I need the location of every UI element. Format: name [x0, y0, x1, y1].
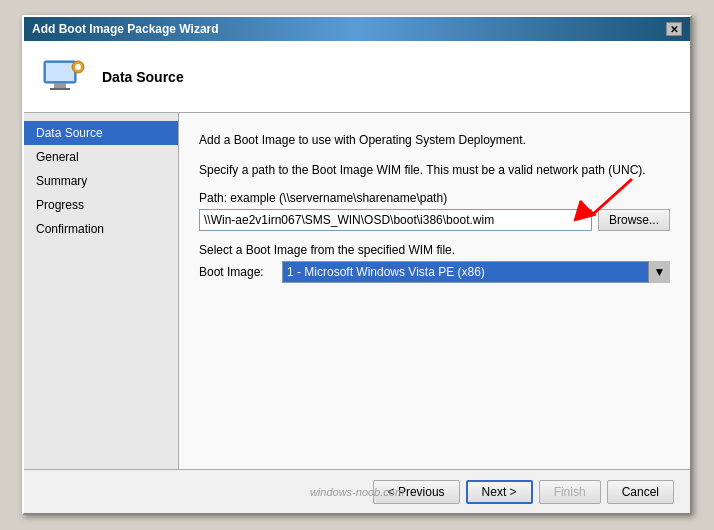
select-wrapper: 1 - Microsoft Windows Vista PE (x86) ▼ — [282, 261, 670, 283]
boot-image-label: Boot Image: — [199, 265, 274, 279]
sidebar-item-progress[interactable]: Progress — [24, 193, 178, 217]
title-bar: Add Boot Image Package Wizard ✕ — [24, 17, 690, 41]
header-title: Data Source — [102, 69, 184, 85]
main-content: Add a Boot Image to use with Operating S… — [179, 113, 690, 469]
select-description: Select a Boot Image from the specified W… — [199, 243, 670, 257]
sidebar-item-datasource[interactable]: Data Source — [24, 121, 178, 145]
path-row-container: Browse... — [199, 209, 670, 231]
content-area: Data Source General Summary Progress Con… — [24, 113, 690, 469]
description-2: Specify a path to the Boot Image WIM fil… — [199, 161, 670, 179]
cancel-button[interactable]: Cancel — [607, 480, 674, 504]
select-section: Select a Boot Image from the specified W… — [199, 243, 670, 283]
path-section: Path: example (\\servername\sharename\pa… — [199, 191, 670, 231]
watermark: windows-noob.com — [310, 486, 404, 498]
boot-image-select[interactable]: 1 - Microsoft Windows Vista PE (x86) — [282, 261, 670, 283]
header-area: Data Source — [24, 41, 690, 113]
finish-button[interactable]: Finish — [539, 480, 601, 504]
svg-rect-1 — [46, 63, 74, 81]
window-title: Add Boot Image Package Wizard — [32, 22, 219, 36]
description-1: Add a Boot Image to use with Operating S… — [199, 131, 670, 149]
sidebar-item-summary[interactable]: Summary — [24, 169, 178, 193]
close-button[interactable]: ✕ — [666, 22, 682, 36]
sidebar-item-confirmation[interactable]: Confirmation — [24, 217, 178, 241]
next-button[interactable]: Next > — [466, 480, 533, 504]
sidebar: Data Source General Summary Progress Con… — [24, 113, 179, 469]
path-row: Browse... — [199, 209, 670, 231]
svg-rect-2 — [54, 83, 66, 88]
path-input[interactable] — [199, 209, 592, 231]
svg-point-5 — [75, 64, 81, 70]
wizard-icon — [40, 53, 88, 101]
boot-image-row: Boot Image: 1 - Microsoft Windows Vista … — [199, 261, 670, 283]
svg-rect-3 — [50, 88, 70, 90]
path-label: Path: example (\\servername\sharename\pa… — [199, 191, 670, 205]
browse-button[interactable]: Browse... — [598, 209, 670, 231]
footer: windows-noob.com < Previous Next > Finis… — [24, 469, 690, 513]
sidebar-item-general[interactable]: General — [24, 145, 178, 169]
wizard-window: Add Boot Image Package Wizard ✕ Data Sou… — [22, 15, 692, 515]
